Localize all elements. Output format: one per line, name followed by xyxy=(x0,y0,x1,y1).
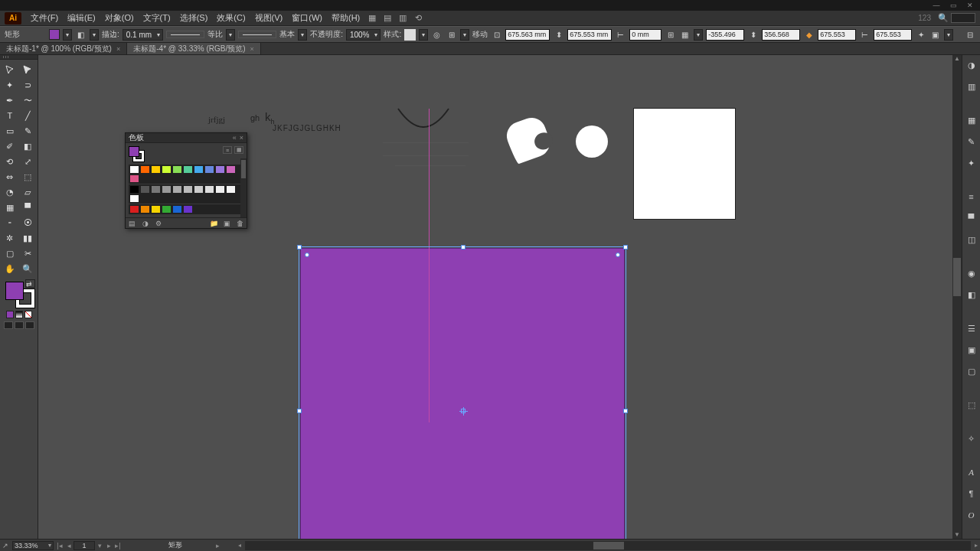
scroll-thumb[interactable] xyxy=(953,258,961,296)
color-mode-gradient[interactable] xyxy=(15,311,23,318)
profile-dd[interactable]: ▾ xyxy=(226,29,235,41)
fill-box[interactable] xyxy=(5,282,24,300)
fill-swatch[interactable] xyxy=(49,29,60,40)
swatch[interactable] xyxy=(162,185,172,194)
opacity-field[interactable]: 100%▾ xyxy=(346,29,381,41)
corner-icon[interactable]: ◆ xyxy=(803,29,815,41)
brush-dd[interactable]: ▾ xyxy=(298,29,307,41)
slice-tool[interactable]: ✂ xyxy=(20,246,37,260)
swatch-options-icon[interactable]: ⚙ xyxy=(154,219,162,227)
mesh-tool[interactable]: ▦ xyxy=(2,201,18,214)
swatch[interactable] xyxy=(162,205,172,214)
color-guide-panel-icon[interactable]: ▥ xyxy=(965,80,978,93)
rotate-tool[interactable]: ⟲ xyxy=(2,155,18,168)
screen-normal[interactable] xyxy=(4,321,13,329)
menu-effect[interactable]: 效果(C) xyxy=(212,11,250,25)
swatch[interactable] xyxy=(151,165,161,174)
line-object-3[interactable] xyxy=(395,165,466,166)
stroke-profile[interactable] xyxy=(166,31,204,38)
artboard-thumbnail[interactable] xyxy=(634,109,735,219)
swatch[interactable] xyxy=(204,185,214,194)
text-object-2[interactable]: gh xyxy=(250,113,260,122)
wh-link-icon[interactable]: ⊞ xyxy=(665,29,676,41)
artboards-panel-icon[interactable]: ▢ xyxy=(965,364,978,378)
opentype-panel-icon[interactable]: O xyxy=(965,508,978,522)
zoom-field[interactable]: 33.33%▾ xyxy=(12,541,54,550)
text-object-1[interactable]: jrfjgj xyxy=(208,115,225,124)
transparency-panel-icon[interactable]: ◫ xyxy=(965,233,978,246)
swatch[interactable] xyxy=(183,205,193,214)
swatch[interactable] xyxy=(129,185,139,194)
new-swatch-icon[interactable]: ▣ xyxy=(223,219,231,227)
style-swatch[interactable] xyxy=(404,29,416,41)
swatch[interactable] xyxy=(162,165,172,174)
line-object-1[interactable] xyxy=(383,142,469,143)
swatch[interactable] xyxy=(151,205,161,214)
scroll-down-icon[interactable]: ▼ xyxy=(952,531,962,539)
menu-window[interactable]: 窗口(W) xyxy=(287,11,327,25)
scroll-thumb-h[interactable] xyxy=(593,542,624,549)
color-mode-none[interactable] xyxy=(24,311,32,318)
doc-icon[interactable]: ▤ xyxy=(381,12,394,24)
color-panel-icon[interactable]: ◑ xyxy=(965,58,978,72)
swatch[interactable] xyxy=(129,174,139,183)
menu-edit[interactable]: 编辑(E) xyxy=(63,11,100,25)
shaper-tool[interactable]: ✐ xyxy=(2,139,18,153)
swatch[interactable] xyxy=(140,165,150,174)
close-tab-icon[interactable]: × xyxy=(250,45,254,53)
text-object-3[interactable]: kh xyxy=(265,110,275,126)
panel-scrollbar[interactable] xyxy=(240,158,247,217)
swatch[interactable] xyxy=(140,185,150,194)
brush-tool[interactable]: ✎ xyxy=(20,124,37,138)
swatch[interactable] xyxy=(194,185,204,194)
delete-swatch-icon[interactable]: 🗑 xyxy=(236,219,244,227)
layers-panel-icon[interactable]: ☰ xyxy=(965,321,978,335)
selection-tool[interactable] xyxy=(2,63,18,77)
swatch[interactable] xyxy=(129,205,139,214)
appearance-panel-icon[interactable]: ◉ xyxy=(965,266,978,280)
artboard-number-field[interactable]: 1 xyxy=(74,541,95,550)
pen-tool[interactable]: ✒ xyxy=(2,93,18,107)
layout-icon[interactable]: ▦ xyxy=(366,12,378,24)
isolate-icon[interactable]: ▣ xyxy=(929,29,941,41)
recolor-icon[interactable]: ◎ xyxy=(431,29,443,41)
align-icon[interactable]: ⊞ xyxy=(446,29,457,41)
tab-doc2[interactable]: 未标题-4* @ 33.33% (RGB/预览)× xyxy=(127,43,261,54)
eyedropper-tool[interactable]: ⁃ xyxy=(2,216,18,230)
menu-file[interactable]: 文件(F) xyxy=(26,11,63,25)
next-artboard-icon[interactable]: ▸ xyxy=(104,542,113,549)
screen-present[interactable] xyxy=(25,321,34,329)
libraries-panel-icon[interactable]: ⬚ xyxy=(965,398,978,412)
swatch-lib-icon[interactable]: ▤ xyxy=(128,219,136,227)
scale-tool[interactable]: ⤢ xyxy=(20,155,37,168)
anchor-icon[interactable]: ⊡ xyxy=(491,29,502,41)
stroke-swatch[interactable]: ◧ xyxy=(75,29,87,41)
menu-help[interactable]: 帮助(H) xyxy=(327,11,364,25)
symbol-spray-tool[interactable]: ✲ xyxy=(2,231,18,245)
stroke-weight-field[interactable]: 0.1 mm▾ xyxy=(122,29,163,41)
artboard-tool[interactable]: ▢ xyxy=(2,246,18,260)
style-dd[interactable]: ▾ xyxy=(419,29,428,41)
brush-line[interactable] xyxy=(238,31,276,38)
rectangle-object[interactable] xyxy=(300,248,625,539)
panel-close-icon[interactable]: × xyxy=(240,134,243,142)
align-dd[interactable]: ▾ xyxy=(460,29,469,41)
new-group-icon[interactable]: 📁 xyxy=(210,219,218,227)
scroll-up-icon[interactable]: ▲ xyxy=(952,55,962,63)
prev-artboard-icon[interactable]: ◂ xyxy=(64,542,74,549)
perspective-tool[interactable]: ▱ xyxy=(20,185,37,199)
swatch[interactable] xyxy=(129,194,139,203)
panel-titlebar[interactable]: 色板 « × xyxy=(126,133,247,143)
grid-icon[interactable]: ▦ xyxy=(679,29,691,41)
canvas-area[interactable]: jrfjgj gh kh JKFJGJGLGHKH xyxy=(38,55,962,539)
assets-panel-icon[interactable]: ▣ xyxy=(965,343,978,357)
rectangle-tool[interactable]: ▭ xyxy=(2,124,18,138)
width-tool[interactable]: ⇔ xyxy=(2,170,18,184)
fill-dropdown[interactable]: ▾ xyxy=(63,29,72,41)
menu-select[interactable]: 选择(S) xyxy=(175,11,213,25)
line-object-2[interactable] xyxy=(383,155,469,156)
w-field[interactable]: -355.496 xyxy=(706,29,744,41)
swatch[interactable] xyxy=(194,165,204,174)
swatch[interactable] xyxy=(215,185,225,194)
swatch[interactable] xyxy=(226,185,236,194)
